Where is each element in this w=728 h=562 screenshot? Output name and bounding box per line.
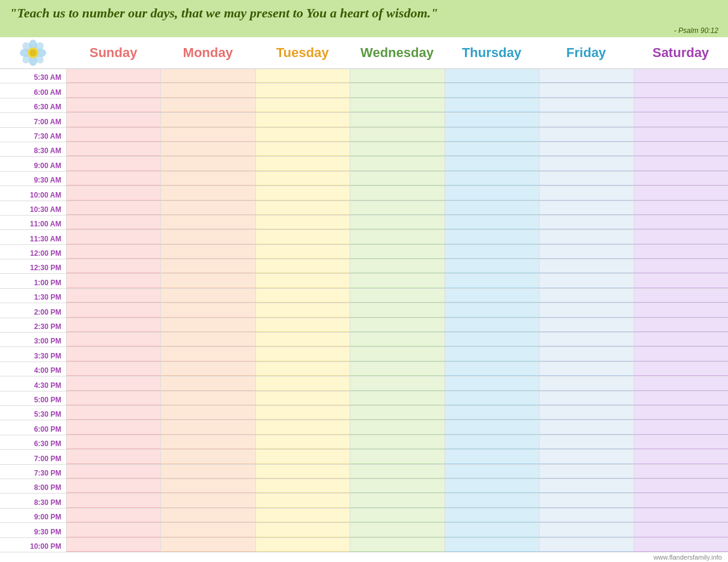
time-cell[interactable] [66, 376, 160, 390]
time-cell[interactable] [539, 509, 633, 522]
time-cell[interactable] [255, 362, 350, 376]
time-cell[interactable] [255, 186, 350, 200]
time-cell[interactable] [255, 406, 350, 420]
time-cell[interactable] [66, 245, 160, 259]
time-cell[interactable] [255, 420, 350, 434]
time-cell[interactable] [255, 435, 350, 449]
time-cell[interactable] [539, 83, 633, 97]
time-cell[interactable] [160, 347, 255, 361]
time-cell[interactable] [66, 186, 160, 200]
time-cell[interactable] [255, 83, 350, 97]
time-cell[interactable] [539, 142, 633, 156]
time-cell[interactable] [66, 303, 160, 317]
time-cell[interactable] [160, 479, 255, 493]
time-cell[interactable] [444, 362, 539, 376]
time-cell[interactable] [160, 523, 255, 537]
time-cell[interactable] [255, 113, 350, 127]
time-cell[interactable] [255, 230, 350, 244]
time-cell[interactable] [634, 98, 728, 112]
time-cell[interactable] [350, 128, 444, 142]
time-cell[interactable] [160, 201, 255, 215]
time-cell[interactable] [634, 435, 728, 449]
time-cell[interactable] [539, 69, 633, 83]
time-cell[interactable] [66, 216, 160, 229]
time-cell[interactable] [634, 509, 728, 522]
time-cell[interactable] [444, 69, 539, 83]
time-cell[interactable] [539, 113, 633, 127]
time-cell[interactable] [160, 435, 255, 449]
time-cell[interactable] [255, 465, 350, 479]
time-cell[interactable] [444, 318, 539, 332]
time-cell[interactable] [66, 450, 160, 464]
time-cell[interactable] [444, 465, 539, 479]
time-cell[interactable] [160, 333, 255, 346]
time-cell[interactable] [350, 479, 444, 493]
time-cell[interactable] [350, 289, 444, 303]
time-cell[interactable] [255, 494, 350, 507]
time-cell[interactable] [350, 83, 444, 97]
time-cell[interactable] [66, 142, 160, 156]
time-cell[interactable] [350, 347, 444, 361]
time-cell[interactable] [160, 98, 255, 112]
time-cell[interactable] [255, 333, 350, 346]
time-cell[interactable] [539, 362, 633, 376]
time-cell[interactable] [634, 538, 728, 552]
time-cell[interactable] [255, 142, 350, 156]
time-cell[interactable] [350, 391, 444, 405]
time-cell[interactable] [350, 494, 444, 507]
time-cell[interactable] [539, 128, 633, 142]
time-cell[interactable] [634, 216, 728, 229]
time-cell[interactable] [160, 259, 255, 273]
time-cell[interactable] [539, 201, 633, 215]
time-cell[interactable] [539, 494, 633, 507]
time-cell[interactable] [255, 216, 350, 229]
time-cell[interactable] [66, 113, 160, 127]
time-cell[interactable] [444, 435, 539, 449]
time-cell[interactable] [255, 128, 350, 142]
time-cell[interactable] [350, 216, 444, 229]
time-cell[interactable] [444, 391, 539, 405]
time-cell[interactable] [350, 450, 444, 464]
time-cell[interactable] [634, 259, 728, 273]
time-cell[interactable] [350, 98, 444, 112]
time-cell[interactable] [66, 318, 160, 332]
time-cell[interactable] [539, 289, 633, 303]
time-cell[interactable] [160, 172, 255, 186]
time-cell[interactable] [539, 523, 633, 537]
time-cell[interactable] [539, 318, 633, 332]
time-cell[interactable] [350, 274, 444, 288]
time-cell[interactable] [634, 479, 728, 493]
time-cell[interactable] [350, 318, 444, 332]
time-cell[interactable] [160, 391, 255, 405]
time-cell[interactable] [350, 69, 444, 83]
time-cell[interactable] [66, 172, 160, 186]
time-cell[interactable] [160, 465, 255, 479]
time-cell[interactable] [350, 245, 444, 259]
time-cell[interactable] [160, 245, 255, 259]
time-cell[interactable] [350, 523, 444, 537]
time-cell[interactable] [634, 376, 728, 390]
time-cell[interactable] [444, 376, 539, 390]
time-cell[interactable] [444, 406, 539, 420]
time-cell[interactable] [634, 142, 728, 156]
time-cell[interactable] [634, 303, 728, 317]
time-cell[interactable] [160, 113, 255, 127]
time-cell[interactable] [160, 157, 255, 171]
time-cell[interactable] [444, 509, 539, 522]
time-cell[interactable] [160, 406, 255, 420]
time-cell[interactable] [539, 216, 633, 229]
time-cell[interactable] [539, 245, 633, 259]
time-cell[interactable] [444, 128, 539, 142]
time-cell[interactable] [66, 494, 160, 507]
time-cell[interactable] [255, 274, 350, 288]
time-cell[interactable] [255, 523, 350, 537]
time-cell[interactable] [160, 128, 255, 142]
time-cell[interactable] [350, 509, 444, 522]
time-cell[interactable] [444, 113, 539, 127]
time-cell[interactable] [539, 406, 633, 420]
time-cell[interactable] [255, 376, 350, 390]
time-cell[interactable] [66, 333, 160, 346]
time-cell[interactable] [634, 494, 728, 507]
time-cell[interactable] [444, 157, 539, 171]
time-cell[interactable] [66, 509, 160, 522]
